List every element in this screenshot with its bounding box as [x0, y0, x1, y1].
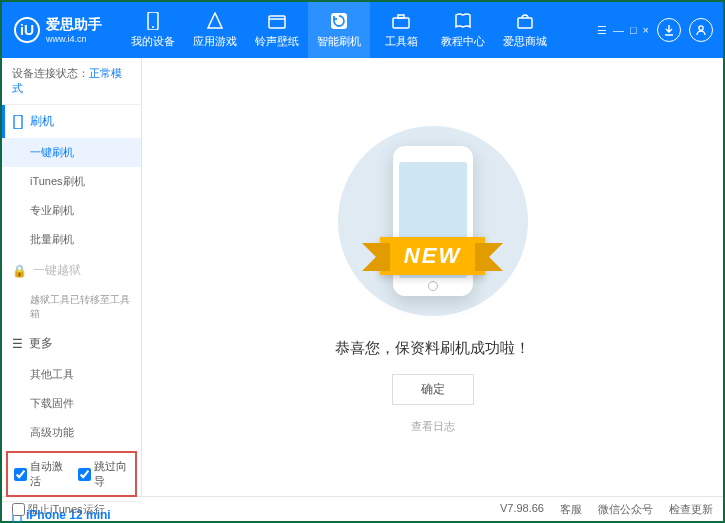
sidebar-item-download-fw[interactable]: 下载固件 [2, 389, 141, 418]
close-button[interactable]: × [643, 24, 649, 37]
refresh-icon [329, 11, 349, 31]
menu-icon: ☰ [12, 337, 23, 351]
apps-icon [205, 11, 225, 31]
checkbox-options: 自动激活 跳过向导 [6, 451, 137, 497]
window-controls: ☰ — □ × [597, 24, 649, 37]
phone-icon [12, 115, 24, 129]
logo-icon: iU [14, 17, 40, 43]
success-illustration: NEW [333, 121, 533, 321]
brand-logo: iU 爱思助手 www.i4.cn [2, 16, 114, 44]
nav-label: 我的设备 [131, 34, 175, 49]
sidebar-item-oneclick-flash[interactable]: 一键刷机 [2, 138, 141, 167]
success-message: 恭喜您，保资料刷机成功啦！ [335, 339, 530, 358]
view-log-link[interactable]: 查看日志 [411, 419, 455, 434]
nav-my-device[interactable]: 我的设备 [122, 2, 184, 58]
svg-rect-2 [269, 16, 285, 28]
svg-rect-8 [14, 115, 22, 129]
nav-label: 智能刷机 [317, 34, 361, 49]
titlebar: iU 爱思助手 www.i4.cn 我的设备 应用游戏 铃声壁纸 智能刷机 工具… [2, 2, 723, 58]
book-icon [453, 11, 473, 31]
sidebar-item-other-tools[interactable]: 其他工具 [2, 360, 141, 389]
sidebar-group-jailbreak: 🔒一键越狱 [2, 254, 141, 287]
new-ribbon: NEW [380, 237, 485, 275]
sidebar: 设备连接状态：正常模式 刷机 一键刷机 iTunes刷机 专业刷机 批量刷机 🔒… [2, 58, 142, 496]
jailbreak-note: 越狱工具已转移至工具箱 [2, 287, 141, 327]
sidebar-item-itunes-flash[interactable]: iTunes刷机 [2, 167, 141, 196]
sidebar-item-pro-flash[interactable]: 专业刷机 [2, 196, 141, 225]
block-itunes-checkbox[interactable]: 阻止iTunes运行 [12, 502, 105, 517]
version-label: V7.98.66 [500, 502, 544, 517]
phone-icon [143, 11, 163, 31]
user-icon[interactable] [689, 18, 713, 42]
sidebar-group-flash[interactable]: 刷机 [2, 105, 141, 138]
folder-icon [267, 11, 287, 31]
nav-smart-flash[interactable]: 智能刷机 [308, 2, 370, 58]
svg-rect-6 [518, 18, 532, 28]
sidebar-item-advanced[interactable]: 高级功能 [2, 418, 141, 447]
nav-store[interactable]: 爱思商城 [494, 2, 556, 58]
nav-label: 爱思商城 [503, 34, 547, 49]
checkbox-skip-guide[interactable]: 跳过向导 [78, 459, 130, 489]
main-content: NEW 恭喜您，保资料刷机成功啦！ 确定 查看日志 [142, 58, 723, 496]
svg-point-1 [152, 26, 154, 28]
ok-button[interactable]: 确定 [392, 374, 474, 405]
check-update-link[interactable]: 检查更新 [669, 502, 713, 517]
nav-ringtones[interactable]: 铃声壁纸 [246, 2, 308, 58]
svg-point-7 [699, 26, 703, 30]
maximize-button[interactable]: □ [630, 24, 637, 37]
wechat-link[interactable]: 微信公众号 [598, 502, 653, 517]
nav-label: 应用游戏 [193, 34, 237, 49]
device-status: 设备连接状态：正常模式 [2, 58, 141, 105]
menu-button[interactable]: ☰ [597, 24, 607, 37]
sidebar-item-batch-flash[interactable]: 批量刷机 [2, 225, 141, 254]
toolbox-icon [391, 11, 411, 31]
nav-toolbox[interactable]: 工具箱 [370, 2, 432, 58]
minimize-button[interactable]: — [613, 24, 624, 37]
nav-tutorials[interactable]: 教程中心 [432, 2, 494, 58]
store-icon [515, 11, 535, 31]
svg-rect-5 [398, 15, 404, 18]
brand-title: 爱思助手 [46, 16, 102, 34]
lock-icon: 🔒 [12, 264, 27, 278]
download-icon[interactable] [657, 18, 681, 42]
nav-label: 教程中心 [441, 34, 485, 49]
support-link[interactable]: 客服 [560, 502, 582, 517]
nav-apps[interactable]: 应用游戏 [184, 2, 246, 58]
brand-url: www.i4.cn [46, 34, 102, 44]
top-nav: 我的设备 应用游戏 铃声壁纸 智能刷机 工具箱 教程中心 爱思商城 [122, 2, 556, 58]
checkbox-auto-activate[interactable]: 自动激活 [14, 459, 66, 489]
nav-label: 铃声壁纸 [255, 34, 299, 49]
nav-label: 工具箱 [385, 34, 418, 49]
sidebar-group-more[interactable]: ☰更多 [2, 327, 141, 360]
svg-rect-4 [393, 18, 409, 28]
